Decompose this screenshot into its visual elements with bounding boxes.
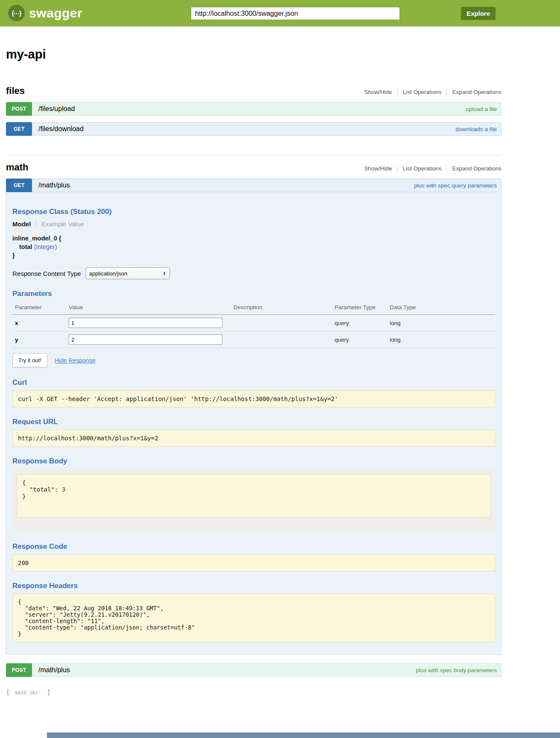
param-type: query xyxy=(332,331,387,348)
response-class-heading: Response Class (Status 200) xyxy=(12,208,495,216)
try-it-out-row: Try it out! Hide Response xyxy=(12,353,495,367)
page-container: my-api files Show/Hide List Operations E… xyxy=(6,47,502,696)
operation-row-post-math-plus: POST /math/plus plus with spec body para… xyxy=(6,663,502,677)
math-section-title: math xyxy=(6,162,29,173)
divider xyxy=(446,89,447,95)
hide-response-link[interactable]: Hide Response xyxy=(55,357,96,364)
bottom-partial-bar xyxy=(47,732,560,738)
operation-path-link[interactable]: /files/upload xyxy=(38,105,466,113)
bracket: [ xyxy=(6,688,10,696)
spec-url-input[interactable] xyxy=(191,7,400,20)
response-content-type-select[interactable]: application/json ▲▼ xyxy=(85,267,170,279)
section-divider xyxy=(6,155,502,156)
swagger-logo[interactable]: {⋯} swagger xyxy=(8,5,82,21)
select-arrows-icon: ▲▼ xyxy=(163,271,166,275)
swagger-braces-icon: {⋯} xyxy=(8,5,25,21)
operation-expanded-content: Response Class (Status 200) Model Exampl… xyxy=(6,192,502,655)
operation-row-post-upload: POST /files/upload upload a file xyxy=(6,102,502,116)
json-number: 3 xyxy=(62,486,65,493)
parameters-heading: Parameters xyxy=(12,290,495,298)
response-body-box: { "total": 3 } xyxy=(17,474,491,518)
operation-path-link[interactable]: /math/plus xyxy=(38,666,416,674)
parameter-row-y: y query long xyxy=(12,331,495,348)
base-url-footer: [ BASE URL: ] xyxy=(6,688,502,696)
curl-heading: Curl xyxy=(12,378,495,387)
param-x-value-input[interactable] xyxy=(69,318,222,328)
files-show-hide-link[interactable]: Show/Hide xyxy=(364,89,392,95)
col-data-type: Data Type xyxy=(387,302,495,315)
operation-summary-link[interactable]: downloads a file xyxy=(455,126,497,132)
request-url-heading: Request URL xyxy=(12,418,495,426)
param-name: y xyxy=(12,331,66,348)
parameters-header-row: Parameter Value Description Parameter Ty… xyxy=(12,302,495,315)
base-url-label: BASE URL: xyxy=(15,690,41,695)
param-description xyxy=(231,315,332,331)
files-list-operations-link[interactable]: List Operations xyxy=(403,89,442,95)
operation-path-link[interactable]: /math/plus xyxy=(38,182,414,189)
try-it-out-button[interactable]: Try it out! xyxy=(12,353,47,367)
curl-command-box: curl -X GET --header 'Accept: applicatio… xyxy=(12,390,495,407)
model-signature: inline_model_0 { total (integer) } xyxy=(12,235,495,259)
model-open-line: inline_model_0 { xyxy=(12,235,495,242)
param-data-type: long xyxy=(387,315,495,331)
top-bar: {⋯} swagger Explore xyxy=(0,0,560,26)
brand-title: swagger xyxy=(29,6,82,20)
param-data-type: long xyxy=(387,331,495,348)
col-value: Value xyxy=(66,302,231,315)
get-method-badge: GET xyxy=(6,179,32,192)
operation-row-get-math-plus: GET /math/plus plus with spec query para… xyxy=(6,179,502,655)
operation-heading[interactable]: POST /math/plus plus with spec body para… xyxy=(6,663,502,677)
response-headers-heading: Response Headers xyxy=(12,582,495,590)
math-show-hide-link[interactable]: Show/Hide xyxy=(364,165,392,172)
post-method-badge: POST xyxy=(6,102,32,116)
response-content-type-label: Response Content Type xyxy=(12,270,81,277)
operation-path-link[interactable]: /files/download xyxy=(38,125,455,133)
col-description: Description xyxy=(231,302,332,315)
operation-summary-link[interactable]: upload a file xyxy=(466,106,497,112)
model-close-line: } xyxy=(12,252,495,259)
post-method-badge: POST xyxy=(6,663,32,677)
col-parameter-type: Parameter Type xyxy=(332,302,387,315)
request-url-box: http://localhost:3000/math/plus?x=1&y=2 xyxy=(12,430,495,447)
param-type: query xyxy=(332,315,387,331)
parameter-row-x: x query long xyxy=(12,315,495,331)
math-section-header: math Show/Hide List Operations Expand Op… xyxy=(6,162,502,173)
model-property-line: total (integer) xyxy=(12,243,495,250)
math-expand-operations-link[interactable]: Expand Operations xyxy=(452,165,502,172)
property-name: total xyxy=(19,243,32,250)
divider xyxy=(397,165,398,172)
json-text: { "total": xyxy=(22,479,62,493)
col-parameter: Parameter xyxy=(12,302,66,315)
signature-tabs: Model Example Value xyxy=(12,220,495,228)
json-text: } xyxy=(22,493,26,500)
param-y-value-input[interactable] xyxy=(69,334,222,345)
property-type: (integer) xyxy=(34,243,57,250)
page-title: my-api xyxy=(6,47,502,62)
files-section-title: files xyxy=(6,85,25,97)
operation-heading[interactable]: GET /files/download downloads a file xyxy=(6,122,502,136)
response-body-heading: Response Body xyxy=(12,457,495,466)
parameters-table: Parameter Value Description Parameter Ty… xyxy=(12,302,495,348)
tab-model[interactable]: Model xyxy=(12,220,36,228)
operation-row-get-download: GET /files/download downloads a file xyxy=(6,122,502,136)
response-code-box: 200 xyxy=(12,554,495,571)
operation-heading[interactable]: GET /math/plus plus with spec query para… xyxy=(6,179,502,192)
operation-summary-link[interactable]: plus with spec body parameters xyxy=(416,667,497,674)
divider xyxy=(446,165,447,172)
files-expand-operations-link[interactable]: Expand Operations xyxy=(452,89,502,95)
response-code-heading: Response Code xyxy=(12,542,495,551)
divider xyxy=(397,89,398,95)
selected-content-type: application/json xyxy=(89,270,128,277)
explore-button[interactable]: Explore xyxy=(461,7,496,20)
response-headers-box: { "date": "Wed, 22 Aug 2018 18:49:13 GMT… xyxy=(12,594,495,642)
get-method-badge: GET xyxy=(6,122,32,136)
math-list-operations-link[interactable]: List Operations xyxy=(403,165,442,172)
operation-heading[interactable]: POST /files/upload upload a file xyxy=(6,102,502,116)
param-name: x xyxy=(12,315,66,331)
operation-summary-link[interactable]: plus with spec query parameters xyxy=(414,182,497,189)
bracket: ] xyxy=(47,688,51,696)
tab-example-value[interactable]: Example Value xyxy=(36,220,84,228)
response-body-wrapper: { "total": 3 } xyxy=(12,469,495,532)
response-content-type-row: Response Content Type application/json ▲… xyxy=(12,267,495,279)
files-section-header: files Show/Hide List Operations Expand O… xyxy=(6,85,502,97)
